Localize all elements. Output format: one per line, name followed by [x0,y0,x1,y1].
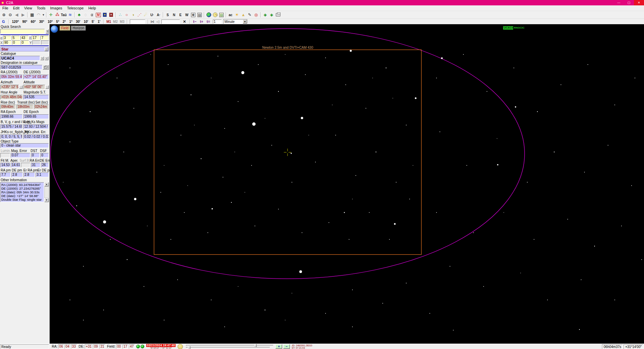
menu-file[interactable]: File [0,5,11,11]
designation-value[interactable]: 587-018259 [0,65,42,70]
nav-back-icon[interactable]: ◀ [13,12,20,18]
other-info-scrollbar[interactable]: ▲ ▼ [44,182,49,202]
de-d-input[interactable] [32,36,40,40]
scroll-up-icon[interactable]: ▲ [44,182,49,186]
catalogue-prev-button[interactable]: ⤫ [40,56,44,60]
notes-icon[interactable]: ✎ [247,12,253,18]
moon-icon[interactable]: ◑ [130,12,136,18]
asteroid-path-icon[interactable]: ⋰ [136,12,143,18]
zoom-preset-1m[interactable]: 1' [96,20,102,24]
east-icon[interactable]: E [177,12,184,18]
comet-icon[interactable]: ☄ [143,12,149,18]
planet-orbits-icon[interactable]: ○ [123,12,130,18]
menu-telescope[interactable]: Telescope [65,5,86,11]
time-unit-select[interactable]: Minute ▼ [223,19,248,24]
twilight-icon[interactable]: ▲ [240,12,247,18]
tab-field[interactable]: Field [60,26,70,31]
messier-icon[interactable]: M [95,12,102,18]
zoom-preset-2d[interactable]: 2° [61,20,68,24]
minimize-button[interactable]: — [614,0,624,5]
scroll-track[interactable] [44,186,49,198]
horizon-landscape-icon[interactable]: ♣ [76,12,82,18]
finder-icon[interactable]: ◎ [253,12,259,18]
zoom-in-icon[interactable]: ⊕ [1,12,7,18]
zoom-preset-90d[interactable]: 90° [21,20,29,24]
zoom-preset-10d[interactable]: 10° [46,20,54,24]
flip-horizontal-icon[interactable]: ⋈ [150,20,155,24]
text-labels-icon[interactable]: ac [227,12,234,18]
sky-map-canvas[interactable]: Newton 2.5m and DVTI+CAM 430 Field Horiz… [50,24,644,344]
pan-icon[interactable]: ✥ [190,12,196,18]
time-speed-slider[interactable] [186,345,273,346]
south-icon[interactable]: S [164,12,171,18]
search-object-input[interactable] [130,20,145,24]
altitude-format-button[interactable]: . [45,85,49,89]
time-back-button[interactable]: t− [191,20,198,24]
center-object-icon[interactable]: ✛ [48,12,54,18]
mark-button-m2[interactable]: M2 [112,20,119,24]
north-icon[interactable]: N [171,12,177,18]
grid-icon[interactable]: ▦ [29,12,35,18]
menu-images[interactable]: Images [48,5,65,11]
filter-green-icon[interactable]: ◈ [262,12,268,18]
menu-tools[interactable]: Tools [34,5,48,11]
time-plus-button[interactable]: + [275,344,282,349]
time-minus-button[interactable]: − [283,344,290,349]
menu-view[interactable]: View [22,5,35,11]
zoom-preset-5d[interactable]: 5° [54,20,61,24]
moon-phase-icon[interactable] [212,12,218,18]
dropdown-icon[interactable]: ▾ [42,12,45,18]
asteroid-icon[interactable]: A· [155,12,162,18]
earth-globe-icon[interactable] [205,12,212,18]
uranus-icon[interactable]: U· [149,12,155,18]
time-step-input[interactable] [213,20,222,24]
horizon-line-icon[interactable]: ▤ [196,12,203,18]
catalogue-value[interactable]: UCAC4 [0,56,40,61]
ephemeris-table-icon[interactable]: ▤ [218,12,225,18]
time-offset-slider[interactable] [186,347,270,348]
zoom-out-icon[interactable]: ⊖ [7,12,13,18]
flip-vertical-icon[interactable]: ◁ [155,20,160,24]
tab-horizon[interactable]: Horizon [71,26,86,31]
ra-m-input[interactable] [12,36,20,40]
nav-forward-icon[interactable]: ▶ [20,12,26,18]
west-icon[interactable]: W [184,12,190,18]
close-button[interactable]: ✕ [634,0,644,5]
x2-input[interactable] [12,40,20,45]
quick-search-input[interactable] [0,29,45,34]
scroll-down-icon[interactable]: ▼ [44,198,49,202]
zoom-preset-120d[interactable]: 120° [10,20,21,24]
night-mode-icon[interactable]: ◈ [268,12,275,18]
help-button[interactable]: ? [46,29,49,34]
mark-button-m1[interactable]: M1 [105,20,112,24]
goto-input[interactable] [161,20,180,24]
collapse-button[interactable]: | [44,47,48,51]
clear-icon[interactable]: ✕ [181,20,188,24]
ra-s-input[interactable] [21,36,29,40]
ecliptic-icon[interactable]: ◌ [82,12,89,18]
deep-sky-icon[interactable]: ✦ [102,12,108,18]
time-now-button[interactable]: t= [205,20,212,24]
slider-handle[interactable] [188,346,190,349]
de-m-input[interactable] [40,36,48,40]
zoom-preset-30m[interactable]: 30' [74,20,82,24]
milky-way-icon[interactable]: ≋ [67,12,73,18]
azimuth-format-button[interactable]: . [19,85,23,89]
ra-h-input[interactable] [3,36,11,40]
catalogue-next-button[interactable]: ⤫ [45,56,48,60]
field-frame-icon[interactable]: ✕ [108,12,114,18]
menu-edit[interactable]: Edit [11,5,22,11]
x1-input[interactable] [3,40,11,45]
sun-icon[interactable]: ☀ [234,12,240,18]
celestial-sphere-icon[interactable] [50,25,58,33]
constellation-lines-icon[interactable]: ⁂ [54,12,61,18]
star-colors-icon[interactable]: ∴ [117,12,123,18]
print-icon[interactable] [275,12,281,18]
zoom-preset-1d[interactable]: 1° [68,20,74,24]
time-forward-button[interactable]: t+ [198,20,205,24]
constellation-names-icon[interactable]: Taü [61,12,67,18]
x3-input[interactable] [21,40,29,45]
zoom-preset-5m[interactable]: 5' [90,20,96,24]
chevron-down-icon[interactable]: ▼ [243,20,247,24]
menu-help[interactable]: Help [86,5,99,11]
